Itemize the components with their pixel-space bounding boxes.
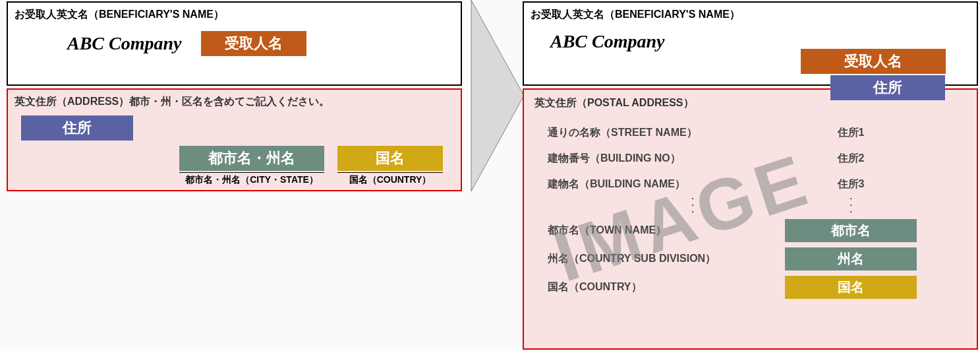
left-sub-country: 国名（COUNTRY）	[337, 172, 443, 186]
r-row1-label: 通りの名称（STREET NAME）	[534, 126, 785, 140]
left-name-box: お受取人英文名（BENEFICIARY'S NAME） ABC Company …	[7, 1, 462, 86]
right-tag-recipient: 受取人名	[801, 49, 946, 74]
dots-left-icon: ・・・	[534, 195, 785, 215]
left-tag-country: 国名	[337, 146, 443, 171]
left-address-box: 英文住所（ADDRESS）都市・州・区名を含めてご記入ください。 住所 都市名・…	[7, 88, 462, 191]
r-row1-val: 住所1	[785, 126, 917, 140]
right-address-box: 英文住所（POSTAL ADDRESS） 通りの名称（STREET NAME） …	[523, 88, 978, 350]
right-tag-state: 州名	[785, 247, 917, 271]
r-town-label: 都市名（TOWN NAME）	[534, 224, 785, 238]
r-row3-val: 住所3	[785, 177, 917, 191]
right-tag-town: 都市名	[785, 219, 917, 242]
left-sub-city: 都市名・州名（CITY・STATE）	[179, 172, 324, 186]
left-tag-city: 都市名・州名	[179, 146, 324, 171]
arrow-icon	[465, 0, 531, 205]
r-row2-val: 住所2	[785, 152, 917, 166]
right-tag-address: 住所	[830, 75, 945, 100]
left-company: ABC Company	[67, 33, 181, 54]
left-tag-recipient: 受取人名	[201, 31, 306, 56]
r-state-label: 州名（COUNTRY SUB DIVISION）	[534, 252, 785, 266]
r-row2-label: 建物番号（BUILDING NO）	[534, 152, 785, 166]
dots-right-icon: ・・・	[785, 195, 917, 215]
r-country-label: 国名（COUNTRY）	[534, 280, 785, 294]
left-tag-address: 住所	[21, 115, 133, 141]
right-tag-country: 国名	[785, 276, 917, 299]
right-company: ABC Company	[550, 31, 664, 52]
left-name-header: お受取人英文名（BENEFICIARY'S NAME）	[8, 3, 461, 27]
r-row3-label: 建物名（BUILDING NAME）	[534, 177, 785, 191]
left-addr-header: 英文住所（ADDRESS）都市・州・区名を含めてご記入ください。	[14, 95, 454, 109]
right-name-header: お受取人英文名（BENEFICIARY'S NAME）	[524, 3, 977, 27]
svg-marker-0	[471, 0, 524, 191]
